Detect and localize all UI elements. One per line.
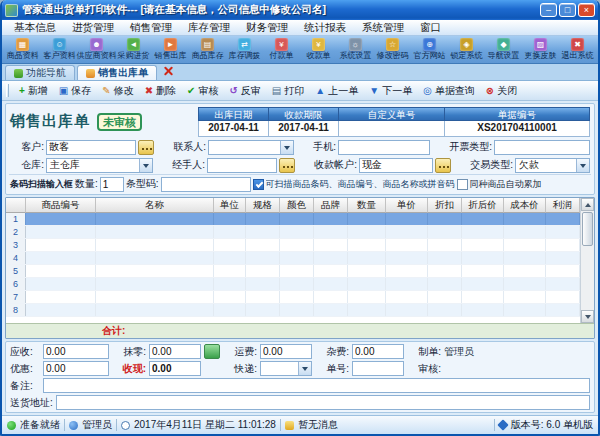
- grid-cell[interactable]: [428, 252, 462, 264]
- grid-cell[interactable]: [428, 304, 462, 316]
- tab-sales-outbound[interactable]: 销售出库单: [77, 65, 157, 80]
- query-button[interactable]: ◎ 单据查询: [418, 82, 480, 99]
- handler-lookup-button[interactable]: [279, 158, 295, 173]
- grid-cell[interactable]: [246, 213, 280, 225]
- toolbar-supplier-button[interactable]: ☻ 供应商资料: [78, 37, 115, 62]
- column-header-unit[interactable]: 单位: [214, 198, 246, 213]
- express-select[interactable]: [260, 361, 312, 376]
- outbound-date-value[interactable]: 2017-04-11: [198, 121, 268, 137]
- trade-type-select[interactable]: 欠款: [515, 158, 590, 173]
- grid-cell[interactable]: [214, 226, 246, 238]
- grid-cell[interactable]: [348, 213, 386, 225]
- grid-cell[interactable]: [504, 291, 546, 303]
- grid-cell[interactable]: [428, 278, 462, 290]
- column-header-discounted-price[interactable]: 折后价: [462, 198, 504, 213]
- grid-cell[interactable]: [504, 239, 546, 251]
- grid-cell[interactable]: [280, 278, 314, 290]
- scroll-thumb[interactable]: [582, 212, 593, 246]
- grid-cell[interactable]: [462, 265, 504, 277]
- table-row[interactable]: 8: [6, 304, 580, 317]
- delivery-address-input[interactable]: [56, 395, 590, 410]
- close-form-button[interactable]: ⊗ 关闭: [481, 82, 522, 99]
- grid-cell[interactable]: [280, 252, 314, 264]
- chevron-down-icon[interactable]: [576, 159, 589, 172]
- table-row[interactable]: 5: [6, 265, 580, 278]
- grid-cell[interactable]: [428, 213, 462, 225]
- grid-cell[interactable]: [504, 226, 546, 238]
- grid-cell[interactable]: [26, 252, 96, 264]
- chevron-down-icon[interactable]: [280, 141, 293, 154]
- table-row[interactable]: 3: [6, 239, 580, 252]
- grid-cell[interactable]: [504, 252, 546, 264]
- toolbar-website-button[interactable]: ⊕ 官方网站: [411, 37, 448, 62]
- contact-select[interactable]: [208, 140, 294, 155]
- grid-cell[interactable]: [546, 304, 580, 316]
- grid-cell[interactable]: [96, 265, 214, 277]
- toolbar-customer-button[interactable]: ☺ 客户资料: [41, 37, 78, 62]
- grid-cell[interactable]: [96, 226, 214, 238]
- grid-cell[interactable]: [462, 304, 504, 316]
- grid-cell[interactable]: [386, 226, 428, 238]
- grid-cell[interactable]: [314, 239, 348, 251]
- status-message[interactable]: 暂无消息: [298, 418, 338, 432]
- grid-cell[interactable]: [246, 265, 280, 277]
- grid-cell[interactable]: [462, 278, 504, 290]
- doc-no-value[interactable]: XS201704110001: [444, 121, 590, 137]
- toolbar-inventory-button[interactable]: ▤ 商品库存: [189, 37, 226, 62]
- grid-cell[interactable]: [546, 239, 580, 251]
- table-row[interactable]: 6: [6, 278, 580, 291]
- toolbar-transfer-button[interactable]: ⇄ 库存调拨: [226, 37, 263, 62]
- toolbar-goods-button[interactable]: ▦ 商品资料: [4, 37, 41, 62]
- grid-cell[interactable]: [96, 239, 214, 251]
- custom-no-value[interactable]: [338, 121, 444, 137]
- mobile-input[interactable]: [338, 140, 430, 155]
- grid-cell[interactable]: [214, 265, 246, 277]
- grid-cell[interactable]: [96, 304, 214, 316]
- toolbar-receipt-button[interactable]: ¥ 收款单: [300, 37, 337, 62]
- grid-cell[interactable]: [26, 213, 96, 225]
- grid-cell[interactable]: [386, 239, 428, 251]
- scroll-up-button[interactable]: [581, 198, 594, 211]
- customer-lookup-button[interactable]: [138, 140, 154, 155]
- grid-cell[interactable]: [314, 226, 348, 238]
- grid-cell[interactable]: [214, 304, 246, 316]
- grid-cell[interactable]: [348, 304, 386, 316]
- grid-cell[interactable]: [386, 304, 428, 316]
- menu-item[interactable]: 统计报表: [296, 20, 354, 35]
- edit-button[interactable]: ✎ 修改: [97, 82, 138, 99]
- grid-cell[interactable]: [280, 226, 314, 238]
- grid-cell[interactable]: [546, 291, 580, 303]
- grid-cell[interactable]: [462, 239, 504, 251]
- grid-cell[interactable]: [504, 213, 546, 225]
- grid-cell[interactable]: [246, 304, 280, 316]
- grid-cell[interactable]: [214, 213, 246, 225]
- table-row[interactable]: 1: [6, 213, 580, 226]
- grid-cell[interactable]: [428, 291, 462, 303]
- grid-cell[interactable]: [546, 265, 580, 277]
- grid-cell[interactable]: [546, 278, 580, 290]
- toolbar-exit-button[interactable]: ✖ 退出系统: [559, 37, 596, 62]
- vertical-scrollbar[interactable]: [580, 198, 594, 323]
- menu-item[interactable]: 进货管理: [64, 20, 122, 35]
- column-header-cost[interactable]: 成本价: [504, 198, 546, 213]
- grid-cell[interactable]: [96, 278, 214, 290]
- grid-cell[interactable]: [386, 252, 428, 264]
- grid-cell[interactable]: [246, 252, 280, 264]
- grid-cell[interactable]: [314, 304, 348, 316]
- rounding-button[interactable]: [204, 344, 220, 359]
- freight-input[interactable]: [260, 344, 312, 359]
- grid-cell[interactable]: [386, 291, 428, 303]
- autosum-checkbox[interactable]: [457, 179, 468, 190]
- grid-cell[interactable]: [26, 226, 96, 238]
- barcode-input[interactable]: [161, 177, 251, 192]
- grid-cell[interactable]: [462, 291, 504, 303]
- new-button[interactable]: + 新增: [14, 82, 53, 99]
- grid-cell[interactable]: [386, 213, 428, 225]
- grid-cell[interactable]: [96, 213, 214, 225]
- grid-cell[interactable]: [348, 278, 386, 290]
- grid-cell[interactable]: [280, 291, 314, 303]
- close-tab-icon[interactable]: [162, 65, 175, 78]
- unaudit-button[interactable]: ↺ 反审: [224, 82, 265, 99]
- menu-item[interactable]: 基本信息: [6, 20, 64, 35]
- column-header-name[interactable]: 名称: [96, 198, 214, 213]
